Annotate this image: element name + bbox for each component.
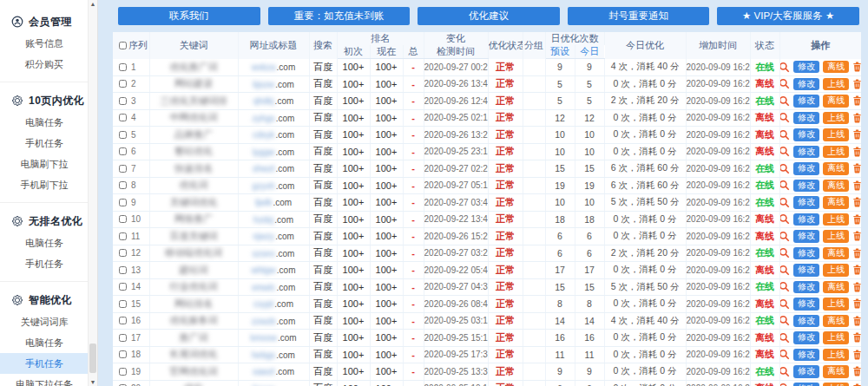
row-checkbox[interactable] [119,181,127,189]
row-checkbox[interactable] [119,97,127,105]
search-icon[interactable] [779,62,790,73]
trash-icon[interactable] [852,332,861,343]
toggle-online-button[interactable]: 上线 [823,331,849,344]
trash-icon[interactable] [852,366,861,376]
search-icon[interactable] [779,180,790,191]
search-icon[interactable] [779,197,790,208]
sidebar-item[interactable]: 手机任务 [0,133,89,154]
trash-icon[interactable] [852,113,861,123]
sidebar-item[interactable]: 电脑刷下拉 [0,154,89,174]
trash-icon[interactable] [852,79,861,89]
toggle-online-button[interactable]: 上线 [823,298,849,311]
toggle-online-button[interactable]: 离线 [823,61,849,74]
trash-icon[interactable] [852,62,861,72]
search-icon[interactable] [779,213,790,225]
edit-button[interactable]: 修改 [793,230,819,243]
edit-button[interactable]: 修改 [793,162,819,175]
edit-button[interactable]: 修改 [793,61,819,74]
trash-icon[interactable] [852,129,861,140]
edit-button[interactable]: 修改 [793,298,819,311]
trash-icon[interactable] [852,350,861,360]
row-checkbox[interactable] [119,317,127,324]
trash-icon[interactable] [852,95,861,106]
edit-button[interactable]: 修改 [793,112,819,125]
search-icon[interactable] [779,146,790,157]
toggle-online-button[interactable]: 上线 [823,230,849,243]
edit-button[interactable]: 修改 [793,315,819,328]
toggle-online-button[interactable]: 离线 [823,281,849,294]
scroll-down-icon[interactable]: ▼ [89,379,97,385]
header-today-link[interactable]: 今日 [575,45,604,59]
top-action-button[interactable]: 联系我们 [118,7,260,25]
search-icon[interactable] [779,78,790,89]
edit-button[interactable]: 修改 [793,196,819,209]
select-all-checkbox[interactable] [119,42,127,49]
edit-button[interactable]: 修改 [793,331,819,344]
toggle-online-button[interactable]: 上线 [823,78,849,91]
toggle-online-button[interactable]: 上线 [823,112,849,125]
trash-icon[interactable] [852,147,861,157]
trash-icon[interactable] [852,163,861,173]
search-icon[interactable] [779,349,790,360]
edit-button[interactable]: 修改 [793,95,819,108]
toggle-online-button[interactable]: 上线 [823,213,849,226]
toggle-online-button[interactable]: 上线 [823,264,849,277]
search-icon[interactable] [779,95,790,107]
search-icon[interactable] [779,298,790,310]
search-icon[interactable] [779,112,790,123]
edit-button[interactable]: 修改 [793,281,819,294]
search-icon[interactable] [779,231,790,242]
edit-button[interactable]: 修改 [793,264,819,277]
trash-icon[interactable] [852,298,861,309]
scrollbar-thumb[interactable] [89,343,96,373]
sidebar-item[interactable]: 电脑任务 [0,112,89,133]
toggle-online-button[interactable]: 离线 [823,95,849,108]
sidebar-item[interactable]: 账号信息 [0,33,89,54]
toggle-online-button[interactable]: 离线 [823,365,849,378]
edit-button[interactable]: 修改 [793,146,819,159]
trash-icon[interactable] [852,316,861,326]
top-action-button[interactable]: 封号重要通知 [568,7,710,25]
search-icon[interactable] [779,315,790,326]
search-icon[interactable] [779,247,790,258]
row-checkbox[interactable] [119,283,127,291]
edit-button[interactable]: 修改 [793,349,819,362]
sidebar-item[interactable]: 关键词词库 [0,311,89,332]
trash-icon[interactable] [852,248,861,258]
top-action-button[interactable]: ★ VIP/大客服服务 ★ [717,7,859,25]
sidebar-item[interactable]: 电脑任务 [0,332,89,353]
toggle-online-button[interactable]: 离线 [823,162,849,175]
edit-button[interactable]: 修改 [793,213,819,226]
edit-button[interactable]: 修改 [793,247,819,260]
trash-icon[interactable] [852,180,861,191]
toggle-online-button[interactable]: 上线 [823,349,849,362]
sidebar-item[interactable]: 积分购买 [0,54,89,75]
row-checkbox[interactable] [119,114,127,121]
trash-icon[interactable] [852,265,861,275]
row-checkbox[interactable] [119,249,127,257]
edit-button[interactable]: 修改 [793,128,819,141]
toggle-online-button[interactable]: 离线 [823,315,849,328]
search-icon[interactable] [779,383,790,386]
row-checkbox[interactable] [119,215,127,223]
row-checkbox[interactable] [119,131,127,139]
sidebar-item[interactable]: 手机刷下拉 [0,174,89,195]
search-icon[interactable] [779,129,790,141]
toggle-online-button[interactable]: 上线 [823,128,849,141]
scroll-up-icon[interactable]: ▲ [89,1,97,7]
row-checkbox[interactable] [119,80,127,88]
search-icon[interactable] [779,366,790,377]
toggle-online-button[interactable]: 离线 [823,180,849,193]
row-checkbox[interactable] [119,147,127,155]
edit-button[interactable]: 修改 [793,180,819,193]
sidebar-item[interactable]: 电脑下拉任务 [0,374,89,386]
header-preset-link[interactable]: 预设 [545,45,575,59]
row-checkbox[interactable] [119,165,127,173]
row-checkbox[interactable] [119,300,127,308]
edit-button[interactable]: 修改 [793,78,819,91]
search-icon[interactable] [779,265,790,276]
sidebar-item[interactable]: 手机任务 [0,253,89,274]
trash-icon[interactable] [852,231,861,241]
trash-icon[interactable] [852,214,861,225]
toggle-online-button[interactable]: 上线 [823,383,849,386]
